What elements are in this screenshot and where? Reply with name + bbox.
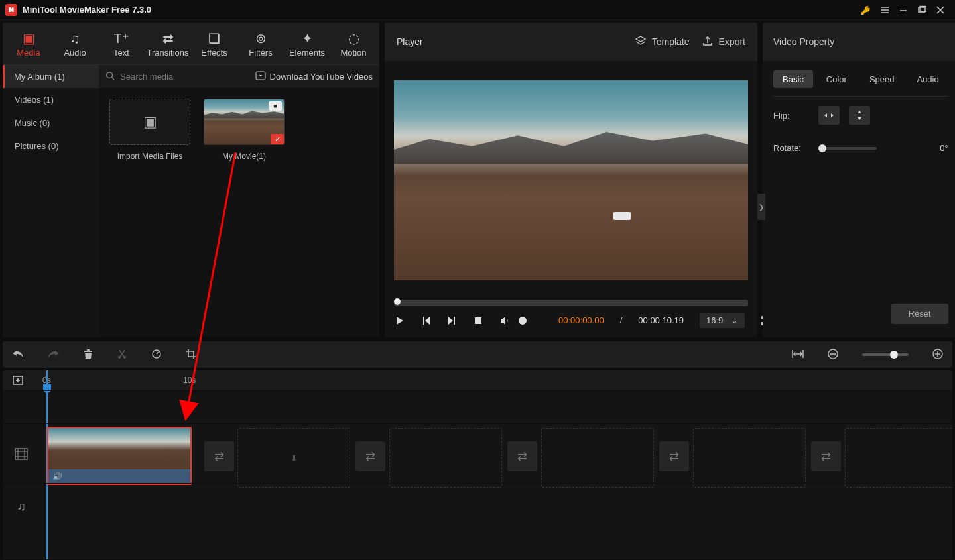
app-logo-icon [5,4,17,16]
transition-slot[interactable]: ⇄ [659,441,689,471]
album-sidebar: My Album (1) Videos (1) Music (0) Pictur… [3,65,99,337]
empty-slot[interactable] [541,428,654,488]
transition-slot[interactable]: ⇄ [507,441,537,471]
current-time: 00:00:00.00 [558,315,604,325]
close-icon[interactable] [931,1,950,19]
scrub-bar[interactable] [394,300,748,306]
video-track-icon [3,448,40,460]
undo-button[interactable] [12,349,24,361]
fit-timeline-button[interactable] [792,349,804,361]
transition-slot[interactable]: ⇄ [204,441,234,471]
audio-track-icon: ♫ [3,500,40,514]
redo-button[interactable] [48,349,60,361]
export-button[interactable]: Export [702,35,745,49]
ruler-mark: 10s [183,376,196,385]
media-clip[interactable]: ■ ✓ My Movie(1) [204,99,285,161]
maximize-icon[interactable] [913,1,931,19]
timeline-clip[interactable]: 🔊 [47,427,192,485]
stop-button[interactable] [474,316,483,325]
volume-icon[interactable] [499,315,511,327]
transitions-icon: ⇄ [162,32,174,45]
sidebar-item-music[interactable]: Music (0) [3,111,99,135]
download-icon: ⬇ [290,453,298,463]
tab-effects[interactable]: ❏Effects [191,28,237,64]
export-label: Export [719,36,745,47]
properties-panel: Video Property ❯ Basic Color Speed Audio… [763,23,955,337]
transition-slot[interactable]: ⇄ [811,441,841,471]
crop-button[interactable] [186,349,196,361]
prop-tab-audio[interactable]: Audio [907,70,948,88]
sidebar-item-pictures[interactable]: Pictures (0) [3,135,99,158]
search-input[interactable] [120,72,250,82]
svg-point-6 [123,356,126,359]
elements-icon: ✦ [302,32,313,45]
import-media-button[interactable]: ▣ Import Media Files [109,99,190,161]
zoom-out-button[interactable] [828,349,838,361]
menu-icon[interactable] [875,1,894,19]
empty-slot[interactable] [845,428,952,488]
next-frame-button[interactable] [447,315,458,326]
prop-tab-speed[interactable]: Speed [860,70,904,88]
tab-text[interactable]: T⁺Text [98,28,145,64]
play-button[interactable] [394,315,405,326]
aspect-value: 16:9 [706,315,723,325]
total-time: 00:00:10.19 [638,315,684,325]
tab-label: Motion [340,48,366,58]
tab-label: Filters [249,48,272,58]
tab-elements[interactable]: ✦Elements [284,28,330,64]
delete-button[interactable] [84,349,93,361]
rotate-value: 0° [940,143,948,153]
preview-image [394,80,748,280]
prop-tab-basic[interactable]: Basic [773,70,813,88]
titlebar: MiniTool MovieMaker Free 7.3.0 [0,0,955,20]
expand-panel-button[interactable]: ❯ [757,194,765,220]
rotate-slider[interactable] [818,147,877,150]
preview-viewport [385,61,757,288]
tab-transitions[interactable]: ⇄Transitions [145,28,191,64]
tab-media[interactable]: ▣Media [5,28,52,64]
sidebar-item-videos[interactable]: Videos (1) [3,88,99,111]
timeline-ruler[interactable]: 0s 10s [3,370,952,390]
tab-filters[interactable]: ⊚Filters [237,28,284,64]
empty-slot[interactable] [389,428,502,488]
download-icon [255,71,266,82]
flip-horizontal-button[interactable] [818,106,840,125]
player-title: Player [397,36,623,47]
text-track [3,390,952,423]
volume-icon: 🔊 [52,472,62,481]
video-track-lane[interactable]: 🔊 ⇄ ⬇ ⇄ ⇄ ⇄ ⇄ [40,424,952,483]
zoom-slider[interactable] [862,353,909,356]
tab-motion[interactable]: ◌Motion [330,28,377,64]
media-panel: ▣Media ♫Audio T⁺Text ⇄Transitions ❏Effec… [3,23,379,337]
tab-label: Media [17,48,40,58]
folder-icon: ▣ [143,113,157,131]
export-icon [702,35,714,49]
flip-vertical-button[interactable] [849,106,870,125]
license-key-icon[interactable] [857,1,875,19]
minimize-icon[interactable] [894,1,913,19]
reset-button[interactable]: Reset [891,304,948,324]
svg-rect-11 [15,449,27,459]
prop-tab-color[interactable]: Color [817,70,856,88]
tab-audio[interactable]: ♫Audio [52,28,98,64]
empty-slot[interactable]: ⬇ [237,428,350,488]
tab-label: Audio [64,48,86,58]
aspect-select[interactable]: 16:9⌄ [700,313,745,328]
prev-frame-button[interactable] [420,315,431,326]
speed-button[interactable] [151,349,162,361]
add-track-button[interactable] [12,374,24,388]
audio-track-lane[interactable] [40,484,952,530]
transition-slot[interactable]: ⇄ [355,441,385,471]
split-button[interactable] [117,349,127,361]
template-label: Template [652,36,690,47]
empty-slot[interactable] [693,428,806,488]
template-button[interactable]: Template [635,35,690,49]
download-label: Download YouTube Videos [270,72,373,82]
zoom-in-button[interactable] [932,349,943,361]
flip-label: Flip: [773,111,809,121]
svg-rect-4 [475,317,481,324]
download-youtube-button[interactable]: Download YouTube Videos [255,71,373,82]
folder-icon: ▣ [23,32,35,45]
sidebar-item-my-album[interactable]: My Album (1) [3,65,99,88]
tool-tabs: ▣Media ♫Audio T⁺Text ⇄Transitions ❏Effec… [3,23,379,64]
